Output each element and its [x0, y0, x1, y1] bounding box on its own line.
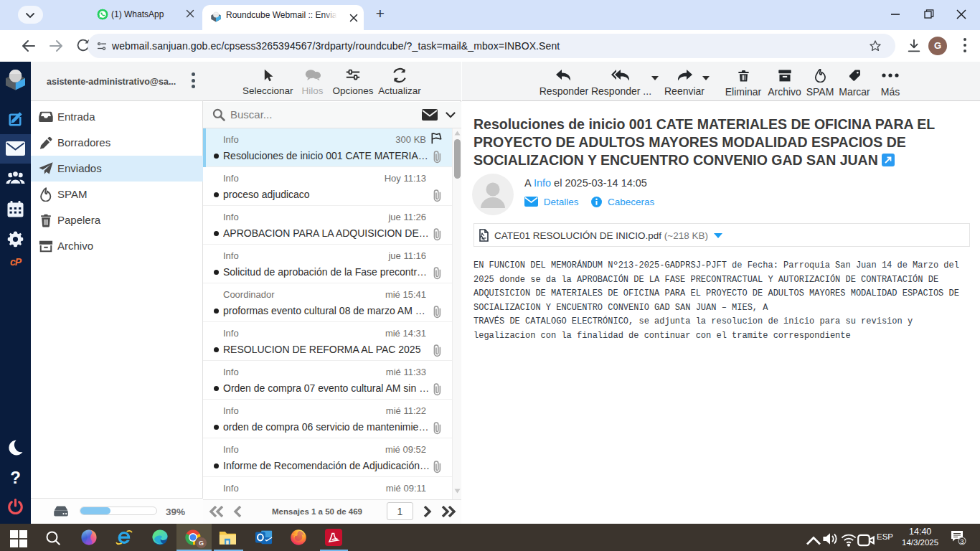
svg-text:3: 3	[960, 537, 963, 545]
